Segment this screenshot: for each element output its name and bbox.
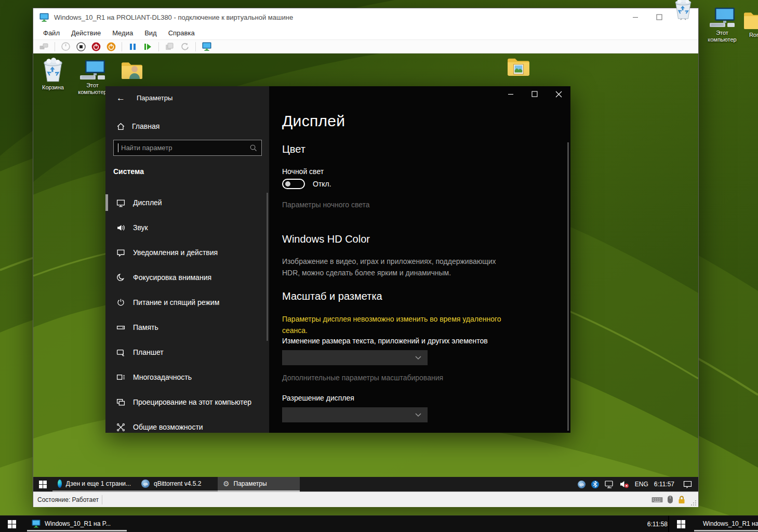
host-recycle-bin-icon[interactable] xyxy=(663,0,703,20)
task-label: qBittorrent v4.5.2 xyxy=(154,480,201,487)
host-taskbar: Windows_10_R1 на P... 6:11:58 Windows_10… xyxy=(0,515,758,532)
close-icon xyxy=(556,91,562,97)
sidebar-item-home[interactable]: Главная xyxy=(105,116,269,136)
sidebar-item-label: Дисплей xyxy=(133,198,162,207)
sidebar-item-power-sleep[interactable]: Питание и спящий режим xyxy=(105,290,269,315)
language-indicator[interactable]: ENG xyxy=(635,481,648,488)
sidebar-section-label: Система xyxy=(113,167,144,176)
edge-browser-icon xyxy=(58,480,62,488)
scale-dropdown[interactable] xyxy=(282,350,428,365)
back-arrow-icon[interactable]: ← xyxy=(116,94,125,102)
revert-button[interactable] xyxy=(179,41,191,52)
windows-start-icon xyxy=(677,520,685,528)
advanced-scaling-link[interactable]: Дополнительные параметры масштабирования xyxy=(282,374,443,382)
ctrl-alt-del-button[interactable] xyxy=(38,41,50,52)
chevron-down-icon xyxy=(415,356,421,360)
checkpoint-button[interactable] xyxy=(164,41,176,52)
pause-vm-button[interactable] xyxy=(127,41,139,52)
menu-action[interactable]: Действие xyxy=(65,28,107,38)
start-vm-button[interactable] xyxy=(60,41,72,52)
revert-icon xyxy=(181,43,189,51)
sidebar-item-label: Общие возможности xyxy=(133,423,203,431)
sidebar-item-notifications[interactable]: Уведомления и действия xyxy=(105,240,269,265)
sidebar-item-focus-assist[interactable]: Фокусировка внимания xyxy=(105,265,269,290)
maximize-icon xyxy=(657,15,662,20)
taskbar-task-qbittorrent[interactable]: qb qBittorrent v4.5.2 xyxy=(136,477,218,491)
settings-maximize-button[interactable] xyxy=(523,86,547,102)
volume-muted-icon[interactable] xyxy=(620,480,629,488)
resolution-dropdown[interactable] xyxy=(282,407,428,422)
qbittorrent-tray-icon[interactable]: qb xyxy=(578,481,586,488)
vm-connection-window: Windows_10_R1 на PROLIANT-DL380 - подклю… xyxy=(33,8,699,507)
sidebar-item-label: Фокусировка внимания xyxy=(133,273,211,282)
night-light-toggle-row: Откл. xyxy=(282,179,331,189)
windows-start-icon xyxy=(39,481,47,488)
sidebar-item-label: Многозадачность xyxy=(133,373,192,381)
tablet-icon xyxy=(116,348,125,357)
taskbar-task-edge[interactable]: Дзен и еще 1 страни... xyxy=(52,477,136,491)
host-clock[interactable]: 6:11:58 xyxy=(641,516,668,532)
vm-minimize-button[interactable] xyxy=(623,10,647,24)
vm-window-title: Windows_10_R1 на PROLIANT-DL380 - подклю… xyxy=(54,14,293,21)
selected-accent-bar xyxy=(105,194,108,211)
hdr-section-heading: Windows HD Color xyxy=(282,233,370,245)
night-light-label: Ночной свет xyxy=(282,167,324,176)
shutdown-vm-button[interactable] xyxy=(90,41,102,52)
settings-search-box[interactable] xyxy=(113,140,262,156)
host-task-vm-window-monitor2[interactable]: Windows_10_R1 на P. xyxy=(694,517,758,531)
resize-grip[interactable] xyxy=(691,500,697,506)
turn-off-vm-button[interactable] xyxy=(105,41,117,52)
folder-icon xyxy=(743,9,758,30)
settings-close-button[interactable] xyxy=(547,86,570,102)
sidebar-scrollbar[interactable] xyxy=(267,193,268,341)
night-light-settings-link[interactable]: Параметры ночного света xyxy=(282,201,370,209)
statusbar-separator xyxy=(102,495,102,504)
enhanced-session-icon xyxy=(202,42,211,51)
task-label: Windows_10_R1 на P. xyxy=(703,520,758,527)
menu-help[interactable]: Справка xyxy=(163,28,201,38)
resume-vm-button[interactable] xyxy=(142,41,154,52)
network-icon[interactable] xyxy=(605,481,614,488)
icon-label: Ron xyxy=(749,32,758,38)
task-label: Дзен и еще 1 страни... xyxy=(66,480,131,487)
computer-icon xyxy=(79,60,106,81)
settings-app-title: Параметры xyxy=(137,94,172,102)
menu-view[interactable]: Вид xyxy=(139,28,163,38)
sidebar-item-projecting[interactable]: Проецирование на этот компьютер xyxy=(105,390,269,415)
multi-monitor-desktop: Этот компьютер Ron Windows_10_R1 на PROL… xyxy=(0,0,758,532)
menu-file[interactable]: Файл xyxy=(37,28,65,38)
settings-nav: Дисплей Звук Уведомления и действия xyxy=(105,190,269,433)
sidebar-item-tablet[interactable]: Планшет xyxy=(105,340,269,365)
menu-media[interactable]: Медиа xyxy=(107,28,139,38)
sidebar-item-sound[interactable]: Звук xyxy=(105,215,269,240)
sidebar-item-multitasking[interactable]: Многозадачность xyxy=(105,365,269,390)
recycle-bin-icon xyxy=(42,58,64,83)
stop-vm-button[interactable] xyxy=(75,41,87,52)
search-input[interactable] xyxy=(118,143,249,152)
settings-minimize-button[interactable] xyxy=(499,86,523,102)
enhanced-session-button[interactable] xyxy=(201,41,212,52)
user-folder-icon xyxy=(121,59,143,81)
page-title: Дисплей xyxy=(282,112,345,130)
pause-icon xyxy=(129,43,137,50)
sidebar-item-display[interactable]: Дисплей xyxy=(105,190,269,215)
bluetooth-icon[interactable] xyxy=(591,481,599,488)
taskbar-task-settings[interactable]: ⚙ Параметры xyxy=(218,477,300,491)
content-scrollbar[interactable] xyxy=(567,142,569,431)
action-center-icon[interactable] xyxy=(683,481,692,488)
vm-titlebar[interactable]: Windows_10_R1 на PROLIANT-DL380 - подклю… xyxy=(33,8,698,26)
vm-user-folder-icon[interactable] xyxy=(112,59,152,81)
sidebar-item-storage[interactable]: Память xyxy=(105,315,269,340)
vm-start-button[interactable] xyxy=(33,477,52,491)
host-folder-icon[interactable]: Ron xyxy=(735,9,758,38)
toolbar-separator xyxy=(55,42,55,51)
vm-recycle-bin-icon[interactable]: Корзина xyxy=(33,58,73,91)
host-task-vm-window[interactable]: Windows_10_R1 на P... xyxy=(27,517,127,531)
monitor-seam xyxy=(668,516,669,532)
vm-pictures-folder-icon[interactable] xyxy=(499,55,538,77)
host-start-button[interactable] xyxy=(0,516,24,532)
host-start-button-monitor2[interactable] xyxy=(669,516,693,532)
night-light-toggle[interactable] xyxy=(282,179,305,189)
vm-clock[interactable]: 6:11:57 xyxy=(654,481,674,488)
sidebar-item-shared-experiences[interactable]: Общие возможности xyxy=(105,415,269,433)
